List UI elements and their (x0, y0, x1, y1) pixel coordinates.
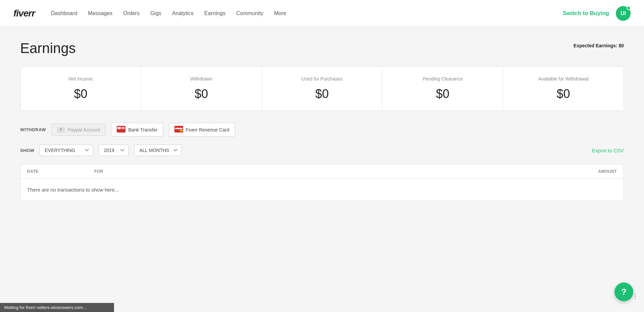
stat-available-for-withdrawal-label: Available for Withdrawal (510, 76, 617, 82)
avatar[interactable]: UI (616, 6, 631, 21)
stat-used-for-purchases-label: Used for Purchases (269, 76, 376, 82)
svg-point-6 (181, 129, 183, 132)
page-title: Earnings (20, 40, 76, 56)
fiverr-logo[interactable]: fiverr (13, 8, 35, 19)
fiverr-revenue-card-label: Fiverr Revenue Card (186, 127, 229, 133)
table-header: DATE FOR AMOUNT (20, 164, 624, 179)
nav-item-gigs[interactable]: Gigs (150, 10, 161, 16)
transactions-table: DATE FOR AMOUNT There are no transaction… (20, 164, 624, 201)
stat-available-for-withdrawal: Available for Withdrawal $0 (503, 67, 624, 110)
stat-net-income-value: $0 (27, 87, 134, 101)
bank-transfer-button[interactable]: Bank Transfer (111, 123, 163, 137)
paypal-icon: P (57, 127, 65, 133)
show-section: SHOW EVERYTHING Earnings Purchases 2019 … (20, 145, 624, 156)
nav-item-earnings[interactable]: Earnings (204, 10, 225, 16)
status-bar-text: Waiting for fiverr-sellers.wixanswers.co… (4, 305, 87, 310)
export-csv-link[interactable]: Export to CSV (592, 148, 624, 153)
stat-pending-clearance: Pending Clearance $0 (382, 67, 503, 110)
expected-earnings: Expected Earnings: $0 (574, 43, 624, 48)
stat-used-for-purchases-value: $0 (269, 87, 376, 101)
nav-item-analytics[interactable]: Analytics (172, 10, 194, 16)
help-icon: ? (621, 287, 627, 297)
nav-item-messages[interactable]: Messages (88, 10, 112, 16)
fiverr-revenue-card-button[interactable]: Fiverr Revenue Card (169, 123, 235, 137)
withdraw-label: WITHDRAW (20, 127, 46, 132)
table-empty-message: There are no transactions to show here..… (20, 179, 624, 201)
stat-available-for-withdrawal-value: $0 (510, 87, 617, 101)
stat-pending-clearance-value: $0 (389, 87, 496, 101)
main-content: Earnings Expected Earnings: $0 Net Incom… (0, 27, 644, 214)
col-header-date: DATE (27, 169, 94, 174)
nav-item-more[interactable]: More (274, 10, 286, 16)
show-label: SHOW (20, 148, 34, 153)
help-menu-dots[interactable]: ⋮ (632, 292, 639, 300)
nav-item-community[interactable]: Community (236, 10, 263, 16)
paypal-account-button[interactable]: P Paypal Account (51, 124, 106, 136)
stat-net-income-label: Net Income (27, 76, 134, 82)
expected-earnings-value: $0 (619, 43, 624, 48)
col-header-amount: AMOUNT (567, 169, 617, 174)
filter-dropdown[interactable]: EVERYTHING Earnings Purchases (40, 145, 93, 156)
paypal-account-label: Paypal Account (68, 127, 100, 133)
stat-withdrawn-value: $0 (148, 87, 255, 101)
year-dropdown[interactable]: 2019 2020 2021 2022 (99, 145, 129, 156)
stat-pending-clearance-label: Pending Clearance (389, 76, 496, 82)
svg-rect-4 (175, 128, 182, 129)
help-button[interactable]: ? (614, 282, 633, 301)
withdraw-section: WITHDRAW P Paypal Account Bank Transfer (20, 123, 624, 137)
month-dropdown[interactable]: ALL MONTHS January February March April … (134, 145, 182, 156)
stat-withdrawn-label: Withdrawn (148, 76, 255, 82)
bank-transfer-label: Bank Transfer (128, 127, 157, 133)
avatar-initials: UI (621, 10, 626, 16)
svg-rect-2 (121, 127, 125, 129)
nav-links: Dashboard Messages Orders Gigs Analytics… (51, 10, 563, 16)
expected-earnings-label: Expected Earnings: (574, 43, 618, 48)
col-header-for: FOR (94, 169, 567, 174)
nav-right: Switch to Buying UI (563, 6, 631, 21)
nav-item-dashboard[interactable]: Dashboard (51, 10, 77, 16)
stat-withdrawn: Withdrawn $0 (141, 67, 262, 110)
stats-card: Net Income $0 Withdrawn $0 Used for Purc… (20, 66, 624, 111)
fiverr-revenue-card-icon (174, 126, 183, 134)
switch-to-buying-link[interactable]: Switch to Buying (563, 10, 609, 17)
avatar-notification-badge (627, 6, 631, 10)
page-header: Earnings Expected Earnings: $0 (20, 40, 624, 56)
navigation: fiverr Dashboard Messages Orders Gigs An… (0, 0, 644, 27)
svg-rect-1 (117, 127, 121, 129)
nav-item-orders[interactable]: Orders (123, 10, 140, 16)
stat-net-income: Net Income $0 (20, 67, 141, 110)
status-bar: Waiting for fiverr-sellers.wixanswers.co… (0, 303, 114, 312)
stat-used-for-purchases: Used for Purchases $0 (262, 67, 383, 110)
bank-transfer-icon (117, 126, 125, 134)
